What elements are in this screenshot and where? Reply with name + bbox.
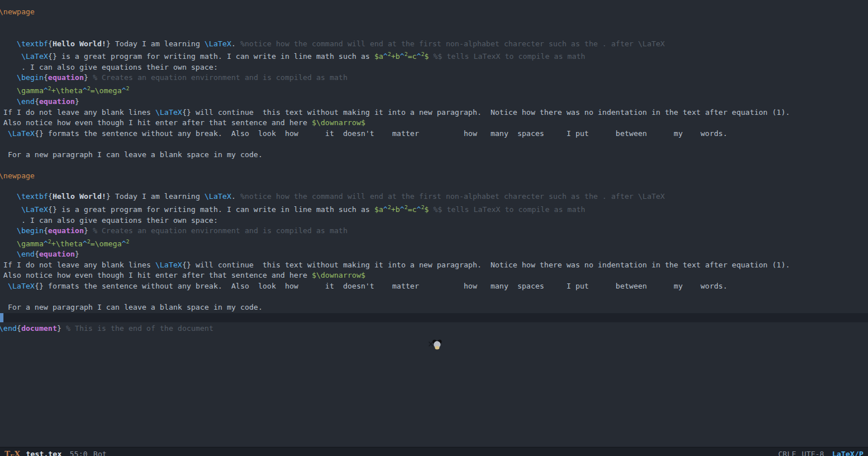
code-line-4[interactable]: . I can also give equations their own sp… — [0, 63, 868, 72]
code-segment: \LaTeX — [155, 108, 182, 117]
code-segment: } — [84, 73, 93, 82]
code-segment: % This is the end of the document — [66, 324, 213, 333]
code-line-10[interactable]: \LaTeX{} formats the sentence without an… — [0, 129, 868, 138]
superscript: 2 — [388, 51, 391, 57]
code-segment: \newpage — [0, 171, 35, 180]
superscript: 2 — [404, 51, 408, 57]
code-segment: \gamma — [0, 86, 43, 95]
mouse-pointer-icon — [428, 338, 444, 351]
code-segment: . — [231, 39, 240, 48]
scroll-indicator: Bot — [93, 450, 106, 456]
code-line-11[interactable]: For a new paragraph I can leave a blank … — [0, 150, 868, 159]
code-segment: +\theta — [51, 239, 83, 248]
code-segment: \LaTeX — [0, 205, 48, 214]
code-segment: $\downarrow$ — [312, 118, 365, 127]
major-mode-indicator[interactable]: LaTeX/P — [832, 450, 863, 456]
code-segment: \LaTeX — [204, 192, 231, 201]
code-segment: =c — [408, 205, 417, 214]
code-line-20[interactable]: Also notice how even though I hit enter … — [0, 271, 868, 280]
code-line-16[interactable]: \begin{equation} % Creates an equation e… — [0, 226, 868, 235]
code-line-5[interactable]: \begin{equation} % Creates an equation e… — [0, 73, 868, 82]
code-segment: \LaTeX — [0, 52, 48, 61]
code-segment: ^ — [400, 205, 404, 214]
code-segment: For a new paragraph I can leave a blank … — [0, 303, 263, 311]
code-segment: . — [231, 192, 240, 201]
code-segment: {} will continue this text without makin… — [182, 108, 790, 117]
code-line-12[interactable]: \newpage — [0, 171, 868, 181]
code-line-6[interactable]: \gamma^2+\theta^2=\omega^2 — [0, 86, 868, 95]
code-segment: \LaTeX — [0, 282, 35, 290]
encoding-indicator[interactable]: UTF-8 — [802, 450, 824, 456]
code-segment: } — [84, 226, 93, 235]
code-line-14[interactable]: \LaTeX{} is a great program for writing … — [0, 205, 868, 214]
code-line-18[interactable]: \end{equation} — [0, 250, 868, 259]
code-segment: \LaTeX — [0, 129, 35, 138]
superscript: 2 — [421, 204, 424, 210]
code-segment: $\downarrow$ — [312, 271, 365, 279]
code-line-15[interactable]: . I can also give equations their own sp… — [0, 216, 868, 225]
superscript: 2 — [404, 204, 408, 210]
code-line-3[interactable]: \LaTeX{} is a great program for writing … — [0, 52, 868, 61]
modeline-left: TEXtest.tex55:0Bot — [5, 450, 107, 456]
code-line-23[interactable]: \end{document} % This is the end of the … — [0, 324, 868, 333]
code-segment: $ — [424, 52, 429, 61]
modeline: TEXtest.tex55:0Bot CRLFUTF-8LaTeX/P — [0, 447, 868, 456]
code-segment: $a — [374, 205, 383, 214]
latex-source-buffer[interactable]: \newpage \textbf{Hello World!} Today I a… — [0, 0, 868, 447]
code-segment: Hello World! — [53, 192, 106, 201]
code-segment: ^ — [122, 239, 126, 248]
code-segment: %$ tells LaTexX to compile as math — [433, 52, 585, 61]
code-segment: For a new paragraph I can leave a blank … — [0, 150, 263, 159]
code-line-21[interactable]: \LaTeX{} formats the sentence without an… — [0, 282, 868, 291]
code-segment: ^ — [43, 239, 48, 248]
code-segment: \gamma — [0, 239, 43, 248]
code-segment: { — [43, 226, 48, 235]
code-segment: { — [48, 39, 53, 48]
code-segment: If I do not leave any blank lines — [0, 261, 155, 269]
code-segment: =\omega — [90, 239, 122, 248]
code-segment: } — [75, 97, 79, 106]
code-line-9[interactable]: Also notice how even though I hit enter … — [0, 118, 868, 127]
code-segment: \textbf — [0, 39, 48, 48]
code-segment: Also notice how even though I hit enter … — [0, 118, 312, 127]
code-segment — [429, 205, 433, 214]
code-segment: } — [75, 250, 79, 258]
code-segment: { — [17, 324, 21, 333]
buffer-filename[interactable]: test.tex — [26, 450, 62, 456]
code-segment: {} formats the sentence without any brea… — [35, 282, 728, 290]
code-line-22[interactable]: For a new paragraph I can leave a blank … — [0, 303, 868, 312]
code-segment: ^ — [383, 205, 388, 214]
superscript: 2 — [87, 238, 90, 245]
code-segment: % Creates an equation environment and is… — [93, 226, 347, 235]
code-segment: } Today I am learning — [106, 39, 204, 48]
code-line-19[interactable]: If I do not leave any blank lines \LaTeX… — [0, 261, 868, 270]
code-line-13[interactable]: \textbf{Hello World!} Today I am learnin… — [0, 192, 868, 201]
code-line-1[interactable]: \newpage — [0, 7, 868, 17]
code-segment: { — [48, 192, 53, 201]
code-segment: % Creates an equation environment and is… — [93, 73, 347, 82]
code-segment: \begin — [0, 226, 43, 235]
emacs-window: \newpage \textbf{Hello World!} Today I a… — [0, 0, 868, 456]
code-line-7[interactable]: \end{equation} — [0, 97, 868, 106]
code-segment: \LaTeX — [155, 261, 182, 269]
code-segment: {} is a great program for writing math. … — [48, 205, 374, 214]
superscript: 2 — [87, 85, 90, 91]
eol-indicator[interactable]: CRLF — [778, 450, 796, 456]
code-line-8[interactable]: If I do not leave any blank lines \LaTeX… — [0, 108, 868, 117]
code-segment: {} formats the sentence without any brea… — [35, 129, 728, 138]
code-segment: +\theta — [51, 86, 83, 95]
superscript: 2 — [388, 204, 391, 210]
code-segment: . I can also give equations their own sp… — [0, 63, 218, 71]
code-segment: \begin — [0, 73, 43, 82]
code-segment: } Today I am learning — [106, 192, 204, 201]
code-segment: \end — [0, 97, 35, 106]
code-segment: equation — [48, 73, 84, 82]
code-segment: %$ tells LaTexX to compile as math — [433, 205, 585, 214]
code-segment: } — [57, 324, 66, 333]
code-segment: document — [21, 324, 57, 333]
code-segment: =c — [408, 52, 417, 61]
code-segment: %notice how the command will end at the … — [240, 192, 665, 201]
cursor-position[interactable]: 55:0 — [70, 450, 87, 456]
code-line-17[interactable]: \gamma^2+\theta^2=\omega^2 — [0, 239, 868, 249]
code-line-2[interactable]: \textbf{Hello World!} Today I am learnin… — [0, 39, 868, 49]
